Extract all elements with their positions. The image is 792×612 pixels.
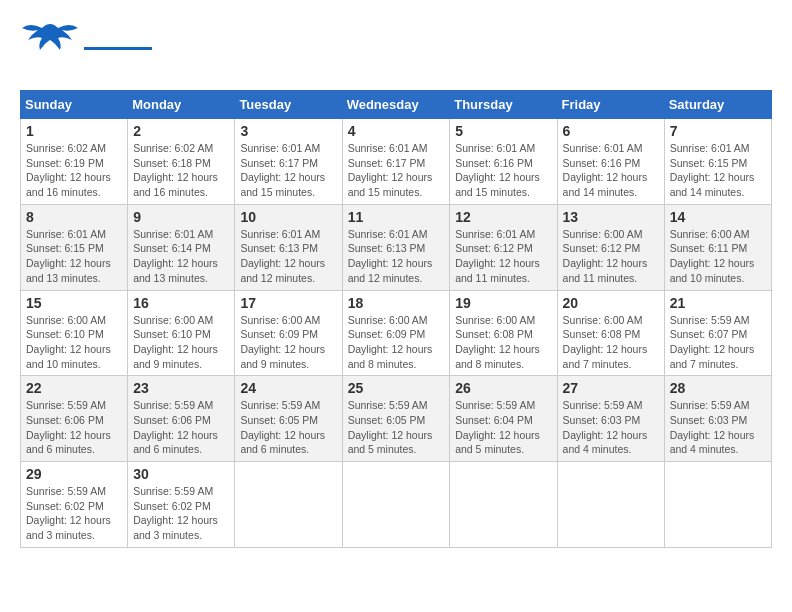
day-number: 11 xyxy=(348,209,445,225)
calendar-cell: 26Sunrise: 5:59 AM Sunset: 6:04 PM Dayli… xyxy=(450,376,557,462)
day-info: Sunrise: 6:01 AM Sunset: 6:15 PM Dayligh… xyxy=(26,227,122,286)
calendar-cell xyxy=(235,462,342,548)
weekday-header-tuesday: Tuesday xyxy=(235,91,342,119)
day-info: Sunrise: 5:59 AM Sunset: 6:03 PM Dayligh… xyxy=(563,398,659,457)
day-number: 28 xyxy=(670,380,766,396)
calendar-cell: 19Sunrise: 6:00 AM Sunset: 6:08 PM Dayli… xyxy=(450,290,557,376)
calendar-cell: 7Sunrise: 6:01 AM Sunset: 6:15 PM Daylig… xyxy=(664,119,771,205)
day-info: Sunrise: 6:00 AM Sunset: 6:08 PM Dayligh… xyxy=(563,313,659,372)
logo-icon xyxy=(20,20,80,70)
calendar-cell xyxy=(557,462,664,548)
day-info: Sunrise: 5:59 AM Sunset: 6:02 PM Dayligh… xyxy=(26,484,122,543)
calendar-cell: 24Sunrise: 5:59 AM Sunset: 6:05 PM Dayli… xyxy=(235,376,342,462)
day-number: 25 xyxy=(348,380,445,396)
day-number: 13 xyxy=(563,209,659,225)
day-number: 5 xyxy=(455,123,551,139)
day-number: 9 xyxy=(133,209,229,225)
day-number: 20 xyxy=(563,295,659,311)
weekday-header-thursday: Thursday xyxy=(450,91,557,119)
day-number: 2 xyxy=(133,123,229,139)
calendar-header: SundayMondayTuesdayWednesdayThursdayFrid… xyxy=(21,91,772,119)
calendar-cell: 25Sunrise: 5:59 AM Sunset: 6:05 PM Dayli… xyxy=(342,376,450,462)
calendar-cell: 20Sunrise: 6:00 AM Sunset: 6:08 PM Dayli… xyxy=(557,290,664,376)
calendar-cell: 14Sunrise: 6:00 AM Sunset: 6:11 PM Dayli… xyxy=(664,204,771,290)
day-info: Sunrise: 6:00 AM Sunset: 6:09 PM Dayligh… xyxy=(348,313,445,372)
day-number: 16 xyxy=(133,295,229,311)
day-number: 15 xyxy=(26,295,122,311)
calendar-cell: 10Sunrise: 6:01 AM Sunset: 6:13 PM Dayli… xyxy=(235,204,342,290)
day-number: 24 xyxy=(240,380,336,396)
weekday-header-saturday: Saturday xyxy=(664,91,771,119)
calendar-cell: 1Sunrise: 6:02 AM Sunset: 6:19 PM Daylig… xyxy=(21,119,128,205)
calendar-cell: 5Sunrise: 6:01 AM Sunset: 6:16 PM Daylig… xyxy=(450,119,557,205)
day-info: Sunrise: 5:59 AM Sunset: 6:02 PM Dayligh… xyxy=(133,484,229,543)
calendar-table: SundayMondayTuesdayWednesdayThursdayFrid… xyxy=(20,90,772,548)
day-info: Sunrise: 6:00 AM Sunset: 6:09 PM Dayligh… xyxy=(240,313,336,372)
day-info: Sunrise: 6:01 AM Sunset: 6:16 PM Dayligh… xyxy=(563,141,659,200)
calendar-cell: 21Sunrise: 5:59 AM Sunset: 6:07 PM Dayli… xyxy=(664,290,771,376)
day-info: Sunrise: 6:01 AM Sunset: 6:12 PM Dayligh… xyxy=(455,227,551,286)
calendar-cell xyxy=(450,462,557,548)
day-number: 21 xyxy=(670,295,766,311)
day-number: 1 xyxy=(26,123,122,139)
day-number: 8 xyxy=(26,209,122,225)
calendar-cell: 9Sunrise: 6:01 AM Sunset: 6:14 PM Daylig… xyxy=(128,204,235,290)
day-info: Sunrise: 6:00 AM Sunset: 6:10 PM Dayligh… xyxy=(133,313,229,372)
day-number: 12 xyxy=(455,209,551,225)
day-info: Sunrise: 5:59 AM Sunset: 6:07 PM Dayligh… xyxy=(670,313,766,372)
calendar-cell: 13Sunrise: 6:00 AM Sunset: 6:12 PM Dayli… xyxy=(557,204,664,290)
calendar-cell: 4Sunrise: 6:01 AM Sunset: 6:17 PM Daylig… xyxy=(342,119,450,205)
weekday-header-wednesday: Wednesday xyxy=(342,91,450,119)
day-info: Sunrise: 6:00 AM Sunset: 6:10 PM Dayligh… xyxy=(26,313,122,372)
day-number: 19 xyxy=(455,295,551,311)
day-info: Sunrise: 6:01 AM Sunset: 6:13 PM Dayligh… xyxy=(348,227,445,286)
day-info: Sunrise: 6:02 AM Sunset: 6:18 PM Dayligh… xyxy=(133,141,229,200)
calendar-cell: 18Sunrise: 6:00 AM Sunset: 6:09 PM Dayli… xyxy=(342,290,450,376)
day-info: Sunrise: 6:00 AM Sunset: 6:12 PM Dayligh… xyxy=(563,227,659,286)
day-number: 14 xyxy=(670,209,766,225)
day-number: 7 xyxy=(670,123,766,139)
calendar-cell: 2Sunrise: 6:02 AM Sunset: 6:18 PM Daylig… xyxy=(128,119,235,205)
day-info: Sunrise: 5:59 AM Sunset: 6:06 PM Dayligh… xyxy=(26,398,122,457)
day-number: 23 xyxy=(133,380,229,396)
day-info: Sunrise: 6:01 AM Sunset: 6:14 PM Dayligh… xyxy=(133,227,229,286)
calendar-cell: 27Sunrise: 5:59 AM Sunset: 6:03 PM Dayli… xyxy=(557,376,664,462)
day-info: Sunrise: 6:01 AM Sunset: 6:17 PM Dayligh… xyxy=(240,141,336,200)
day-info: Sunrise: 5:59 AM Sunset: 6:03 PM Dayligh… xyxy=(670,398,766,457)
calendar-cell: 15Sunrise: 6:00 AM Sunset: 6:10 PM Dayli… xyxy=(21,290,128,376)
day-info: Sunrise: 6:00 AM Sunset: 6:11 PM Dayligh… xyxy=(670,227,766,286)
day-number: 26 xyxy=(455,380,551,396)
day-info: Sunrise: 5:59 AM Sunset: 6:05 PM Dayligh… xyxy=(348,398,445,457)
day-number: 6 xyxy=(563,123,659,139)
calendar-cell: 8Sunrise: 6:01 AM Sunset: 6:15 PM Daylig… xyxy=(21,204,128,290)
day-info: Sunrise: 6:01 AM Sunset: 6:13 PM Dayligh… xyxy=(240,227,336,286)
calendar-cell: 28Sunrise: 5:59 AM Sunset: 6:03 PM Dayli… xyxy=(664,376,771,462)
calendar-cell xyxy=(664,462,771,548)
day-number: 30 xyxy=(133,466,229,482)
weekday-header-sunday: Sunday xyxy=(21,91,128,119)
day-info: Sunrise: 5:59 AM Sunset: 6:06 PM Dayligh… xyxy=(133,398,229,457)
day-info: Sunrise: 6:01 AM Sunset: 6:16 PM Dayligh… xyxy=(455,141,551,200)
day-number: 17 xyxy=(240,295,336,311)
day-info: Sunrise: 6:02 AM Sunset: 6:19 PM Dayligh… xyxy=(26,141,122,200)
logo xyxy=(20,20,152,74)
calendar-cell: 17Sunrise: 6:00 AM Sunset: 6:09 PM Dayli… xyxy=(235,290,342,376)
day-info: Sunrise: 6:01 AM Sunset: 6:15 PM Dayligh… xyxy=(670,141,766,200)
weekday-header-friday: Friday xyxy=(557,91,664,119)
calendar-cell: 23Sunrise: 5:59 AM Sunset: 6:06 PM Dayli… xyxy=(128,376,235,462)
page-header xyxy=(20,20,772,74)
day-number: 18 xyxy=(348,295,445,311)
day-info: Sunrise: 5:59 AM Sunset: 6:04 PM Dayligh… xyxy=(455,398,551,457)
day-number: 3 xyxy=(240,123,336,139)
calendar-cell: 29Sunrise: 5:59 AM Sunset: 6:02 PM Dayli… xyxy=(21,462,128,548)
day-info: Sunrise: 6:01 AM Sunset: 6:17 PM Dayligh… xyxy=(348,141,445,200)
day-info: Sunrise: 5:59 AM Sunset: 6:05 PM Dayligh… xyxy=(240,398,336,457)
calendar-cell: 30Sunrise: 5:59 AM Sunset: 6:02 PM Dayli… xyxy=(128,462,235,548)
calendar-cell: 12Sunrise: 6:01 AM Sunset: 6:12 PM Dayli… xyxy=(450,204,557,290)
calendar-cell: 16Sunrise: 6:00 AM Sunset: 6:10 PM Dayli… xyxy=(128,290,235,376)
calendar-cell: 6Sunrise: 6:01 AM Sunset: 6:16 PM Daylig… xyxy=(557,119,664,205)
day-number: 4 xyxy=(348,123,445,139)
day-number: 29 xyxy=(26,466,122,482)
calendar-cell: 22Sunrise: 5:59 AM Sunset: 6:06 PM Dayli… xyxy=(21,376,128,462)
day-info: Sunrise: 6:00 AM Sunset: 6:08 PM Dayligh… xyxy=(455,313,551,372)
